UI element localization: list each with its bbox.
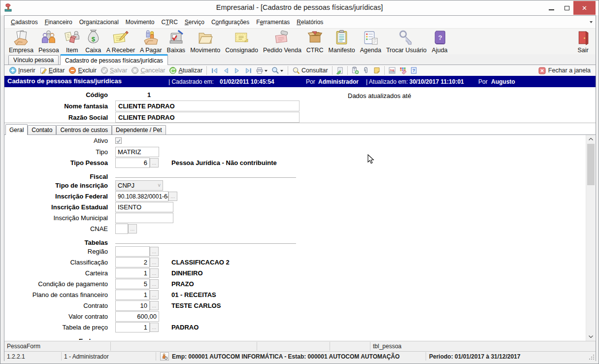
form-tab-geral[interactable]: Geral	[5, 124, 28, 135]
clipboard-plus-button[interactable]	[350, 66, 361, 75]
toolbar-empresa-button[interactable]: Empresa	[6, 29, 36, 54]
toolbar-sair-button[interactable]: Sair	[572, 29, 594, 54]
valor-contrato-input[interactable]: 600,00	[115, 311, 159, 322]
cadastrado-em-label: | Cadastrado em:	[168, 78, 214, 85]
page-edit-button[interactable]	[334, 66, 345, 75]
zoom-button[interactable]	[270, 66, 286, 75]
toolbar-pessoa-button[interactable]: Pessoa	[36, 29, 62, 54]
log-button[interactable]: log	[387, 66, 398, 75]
inscricao-federal-input[interactable]: 90.108.382/0001-64	[115, 191, 168, 201]
menu-movimento[interactable]: Movimento	[122, 16, 158, 28]
nav-prev-button[interactable]	[220, 66, 232, 75]
maximize-button[interactable]	[560, 1, 574, 15]
scroll-thumb[interactable]	[587, 144, 595, 185]
nav-next-button[interactable]	[232, 66, 243, 75]
regiao-input[interactable]	[115, 246, 150, 257]
contrato-description: TESTE CARLOS	[171, 300, 221, 311]
contrato-input[interactable]: 10	[115, 300, 150, 311]
toolbar-baixas-button[interactable]: Baixas	[165, 29, 188, 54]
form-tab-contato[interactable]: Contato	[28, 125, 56, 134]
toolbar-trocar-usuario-button[interactable]: Trocar Usuário	[384, 29, 429, 54]
inscricao-estadual-input[interactable]: ISENTO	[115, 202, 173, 212]
inserir-button[interactable]: Inserir	[7, 66, 37, 75]
tipo-de-inscricao-input[interactable]: CNPJ˅	[115, 180, 163, 191]
toolbar-ajuda-button[interactable]: ?Ajuda	[429, 29, 450, 54]
plano-de-contas-financeiro-input[interactable]: 1	[115, 290, 150, 300]
contrato-lookup-button[interactable]: ...	[150, 301, 159, 310]
minimize-button[interactable]	[544, 1, 559, 15]
menubar-overflow-icon[interactable]	[590, 21, 593, 25]
tab-vinculo-pessoa[interactable]: Vínculo pessoa	[8, 55, 59, 65]
toolbar-manifesto-button[interactable]: Manifesto	[326, 29, 358, 54]
menu-cadastros[interactable]: Cadastros	[7, 16, 41, 28]
tipo-pessoa-input[interactable]: 6	[115, 158, 150, 168]
note-button[interactable]	[371, 66, 382, 75]
editar-button[interactable]: Editar	[37, 66, 67, 75]
condicao-de-pagamento-input[interactable]: 5	[115, 279, 150, 289]
resize-grip[interactable]	[589, 354, 595, 360]
ativo-checkbox[interactable]	[115, 137, 122, 144]
form-tab-dependente-pet[interactable]: Dependente / Pet	[112, 125, 166, 134]
atualizado-por-value: Augusto	[491, 78, 515, 85]
close-button[interactable]: ✕	[573, 1, 596, 15]
toolbar-ctrc-button[interactable]: CTRC	[304, 29, 326, 54]
toolbar-movimento-button[interactable]: Movimento	[188, 29, 223, 54]
menu-financeiro[interactable]: Financeiro	[41, 16, 76, 28]
menu-relatorios[interactable]: Relatórios	[293, 16, 327, 28]
salvar-button[interactable]: Salvar	[99, 66, 129, 75]
toolbar-consignado-button[interactable]: Consignado	[223, 29, 261, 54]
scroll-up-arrow[interactable]	[586, 135, 596, 143]
button-label: Consultar	[301, 67, 328, 74]
user-text: 1 - Administrador	[64, 353, 109, 360]
inscricao-municipal-input[interactable]	[115, 213, 173, 223]
menu-ctrc[interactable]: CTRC	[158, 16, 181, 28]
help-button[interactable]: ?	[408, 66, 419, 75]
tabela-de-preco-input[interactable]: 1	[115, 322, 150, 332]
regiao-lookup-button[interactable]: ...	[150, 247, 159, 256]
toolbar-pedido-venda-button[interactable]: Pedido Venda	[261, 29, 304, 54]
empresa-icon	[13, 30, 30, 47]
fechar-a-janela-button[interactable]: Fechar a janela	[538, 67, 593, 74]
classificacao-lookup-button[interactable]: ...	[150, 258, 159, 267]
toolbar-a-receber-button[interactable]: A Receber	[104, 29, 137, 54]
vertical-scrollbar[interactable]	[586, 135, 595, 341]
delete-icon	[68, 66, 76, 74]
menu-servico[interactable]: Serviço	[181, 16, 208, 28]
form-tab-centros-de-custos[interactable]: Centros de custos	[56, 125, 112, 134]
toolbar-agenda-button[interactable]: Agenda	[358, 29, 384, 54]
toolbar-item-button[interactable]: Item	[62, 29, 83, 54]
tipo-pessoa-lookup-button[interactable]: ...	[150, 158, 159, 167]
toolbar-caixa-button[interactable]: $Caixa	[83, 29, 104, 54]
carteira-input[interactable]: 1	[115, 268, 150, 278]
cancelar-button[interactable]: Cancelar	[129, 66, 167, 75]
cadastrado-em-value: 01/02/2011 10:45:54	[220, 78, 274, 85]
condicao-de-pagamento-lookup-button[interactable]: ...	[150, 279, 159, 289]
razao-social-input[interactable]: CLIENTE PADRAO	[115, 112, 300, 123]
nav-first-button[interactable]	[209, 66, 220, 75]
cnae-lookup-button[interactable]: ...	[128, 224, 137, 233]
tab-cadastro-de-pessoas-fisicas-juridicas[interactable]: Cadastro de pessoas físicas/jurídicas	[60, 54, 168, 65]
nome-fantasia-input[interactable]: CLIENTE PADRAO	[115, 100, 300, 111]
classificacao-input[interactable]: 2	[115, 257, 150, 267]
cnae-input[interactable]	[115, 224, 128, 234]
log-icon: log	[388, 66, 396, 74]
paperclip-button[interactable]	[361, 66, 371, 75]
scroll-down-arrow[interactable]	[586, 332, 596, 341]
consultar-button[interactable]: Consultar	[290, 66, 330, 75]
inscricao-federal-lookup-button[interactable]: ...	[168, 192, 177, 201]
carteira-lookup-button[interactable]: ...	[150, 268, 159, 278]
excluir-button[interactable]: Excluir	[67, 66, 99, 75]
print-button[interactable]	[254, 66, 270, 75]
toolbar-a-pagar-button[interactable]: A Pagar	[137, 29, 164, 54]
grid-eraser-button[interactable]	[398, 66, 408, 75]
plano-de-contas-financeiro-lookup-button[interactable]: ...	[150, 290, 159, 299]
nav-next-icon	[233, 66, 241, 75]
menu-organizacional[interactable]: Organizacional	[76, 16, 122, 28]
nav-last-button[interactable]	[243, 66, 254, 75]
tabela-de-preco-lookup-button[interactable]: ...	[150, 323, 159, 332]
atualizar-button[interactable]: Atualizar	[167, 66, 204, 75]
menu-configuracoes[interactable]: Configurações	[208, 16, 253, 28]
tipo-input[interactable]: MATRIZ	[115, 147, 159, 157]
menu-ferramentas[interactable]: Ferramentas	[253, 16, 293, 28]
valor-contrato-label: Valor contrato	[4, 311, 108, 322]
